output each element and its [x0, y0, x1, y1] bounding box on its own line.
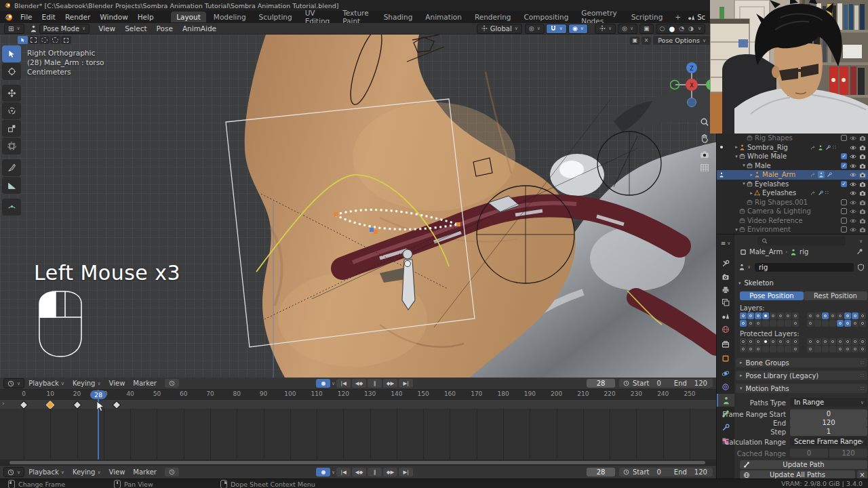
badge-wrench-icon[interactable]	[825, 144, 831, 151]
protected-layer-toggle[interactable]	[807, 338, 814, 345]
chevron-down-icon[interactable]: ∨	[332, 470, 335, 475]
layer-toggle[interactable]	[822, 312, 829, 319]
badge-link-icon[interactable]	[810, 189, 816, 197]
layer-toggle[interactable]	[822, 320, 829, 327]
protected-layer-toggle[interactable]	[814, 338, 821, 345]
keyframe-diamond[interactable]	[113, 401, 121, 409]
hide-eye-icon[interactable]	[850, 171, 856, 178]
hide-eye-icon[interactable]	[850, 217, 856, 224]
outliner-row-male[interactable]: ▾ Male ✓	[717, 161, 868, 171]
hide-eye-icon[interactable]	[850, 152, 856, 160]
properties-search-input[interactable]	[757, 237, 846, 245]
protected-layer-toggle[interactable]	[740, 338, 747, 345]
channel-expand-arrow[interactable]: ›	[2, 400, 5, 407]
properties-tab-viewlayer[interactable]	[717, 296, 734, 308]
layer-toggle[interactable]	[755, 320, 762, 327]
protected-layer-toggle[interactable]	[740, 346, 747, 352]
timeline-current-frame-field[interactable]: 28	[587, 379, 615, 388]
layer-toggle[interactable]	[740, 312, 747, 319]
tool-rotate[interactable]	[2, 102, 21, 119]
timeline-auto-keyframe-toggle[interactable]	[316, 379, 330, 388]
workspace-tab-animation[interactable]: Animation	[420, 12, 467, 22]
viewport-menu-animaide[interactable]: AnimAide	[178, 24, 221, 33]
dopesheet-autokey-set-icon[interactable]	[165, 468, 179, 476]
timeline-menu-keying[interactable]: Keying ∨	[68, 379, 105, 388]
tool-annotate[interactable]	[2, 159, 21, 176]
hide-eye-icon[interactable]	[850, 226, 856, 233]
skeleton-section-header[interactable]: ▾ Skeleton	[738, 279, 774, 287]
transport-button-1[interactable]: ◀◆	[352, 379, 366, 388]
timeline-ruler[interactable]: 0102030405060708090100110120130140150160…	[0, 390, 716, 400]
workspace-tab-modeling[interactable]: Modeling	[208, 12, 252, 22]
tool-select-box[interactable]	[2, 45, 21, 62]
protected-layer-toggle[interactable]	[785, 338, 791, 345]
properties-tab-render[interactable]	[717, 270, 734, 283]
properties-tab-world[interactable]	[717, 323, 734, 336]
render-camera-icon[interactable]	[859, 152, 866, 160]
viewport-menu-select[interactable]: Select	[120, 24, 151, 33]
field-end[interactable]: 120	[790, 418, 867, 427]
protected-layer-toggle[interactable]	[852, 346, 859, 352]
render-camera-icon[interactable]	[859, 180, 866, 188]
overlap-icon[interactable]: ▣	[630, 37, 639, 45]
protected-layer-toggle[interactable]	[837, 346, 844, 352]
outliner-row-eyelashes[interactable]: ▸ Eyelashes ∷	[717, 188, 868, 198]
zoom-icon[interactable]	[701, 119, 708, 125]
layer-toggle[interactable]	[785, 320, 791, 327]
layer-toggle[interactable]	[777, 320, 784, 327]
hide-eye-icon[interactable]	[850, 144, 856, 151]
protected-layer-toggle[interactable]	[814, 346, 821, 352]
layer-toggle[interactable]	[762, 320, 769, 327]
collection-checkbox[interactable]	[841, 208, 847, 214]
collection-checkbox[interactable]: ✓	[841, 153, 847, 159]
menu-file[interactable]: File	[16, 12, 37, 22]
tool-measure[interactable]	[2, 177, 21, 194]
badge-wrench-icon[interactable]	[818, 189, 823, 197]
workspace-tab-compositing[interactable]: Compositing	[519, 12, 574, 22]
field-calculation-range[interactable]: Scene Frame Range∨	[790, 437, 867, 446]
layer-toggle[interactable]	[777, 312, 784, 319]
datablock-name-input[interactable]: rig	[755, 263, 854, 272]
pose-position-button[interactable]: Pose Position	[740, 291, 804, 300]
bone-groups-section[interactable]: ▸Bone Groups∷	[736, 358, 867, 367]
render-camera-icon[interactable]	[859, 207, 866, 215]
protected-layer-toggle[interactable]	[792, 346, 799, 352]
transport-button-4[interactable]: ▶|	[399, 379, 413, 388]
outliner-row-rig-shapes-001[interactable]: Rig Shapes.001	[717, 198, 868, 207]
breadcrumb-object[interactable]: Male_Arm	[749, 248, 783, 256]
layer-toggle[interactable]	[844, 312, 851, 319]
badge-link-icon[interactable]	[810, 144, 816, 151]
expand-arrow-icon[interactable]: ▾	[734, 154, 739, 159]
layer-toggle[interactable]	[829, 320, 836, 327]
chevron-down-icon[interactable]: ∨	[747, 264, 751, 270]
dopesheet-menu-marker[interactable]: Marker	[129, 468, 161, 476]
timeline-tracks[interactable]	[0, 409, 716, 460]
hide-eye-icon[interactable]	[850, 199, 856, 206]
xray-toggle[interactable]: ▣	[639, 24, 654, 34]
collection-checkbox[interactable]	[841, 135, 847, 141]
timeline-autokey-set-icon[interactable]	[165, 379, 179, 388]
layer-toggle[interactable]	[807, 320, 814, 327]
protected-layer-toggle[interactable]	[837, 338, 844, 345]
workspace-tab-shading[interactable]: Shading	[378, 12, 418, 22]
field-paths-type[interactable]: In Range∨	[790, 398, 867, 407]
tool-move[interactable]	[2, 85, 21, 102]
field-step[interactable]: 1	[790, 427, 867, 436]
outliner-row-sombra-rig[interactable]: ▸ Sombra_Rig ∷	[717, 143, 868, 152]
layer-toggle[interactable]	[814, 312, 821, 319]
outliner-row-camera-lighting[interactable]: Camera & Lighting	[717, 207, 868, 216]
pivot-point-dropdown[interactable]: ◎∨	[525, 24, 545, 34]
ortho-grid-icon[interactable]	[701, 165, 709, 171]
dopesheet-menu-playback[interactable]: Playback ∨	[24, 468, 68, 476]
relations-icon[interactable]: ∷	[833, 144, 836, 150]
start-value[interactable]: 0	[656, 468, 660, 476]
layer-toggle[interactable]	[844, 320, 851, 327]
layer-toggle[interactable]	[859, 312, 866, 319]
layer-toggle[interactable]	[852, 320, 859, 327]
layer-toggle[interactable]	[792, 312, 799, 319]
properties-tab-collection[interactable]	[717, 338, 734, 350]
snap-toggle[interactable]: ∨	[546, 24, 567, 34]
properties-tab-object[interactable]	[717, 352, 734, 365]
close-icon[interactable]: ×	[642, 37, 651, 45]
rest-position-button[interactable]: Rest Position	[804, 291, 867, 300]
